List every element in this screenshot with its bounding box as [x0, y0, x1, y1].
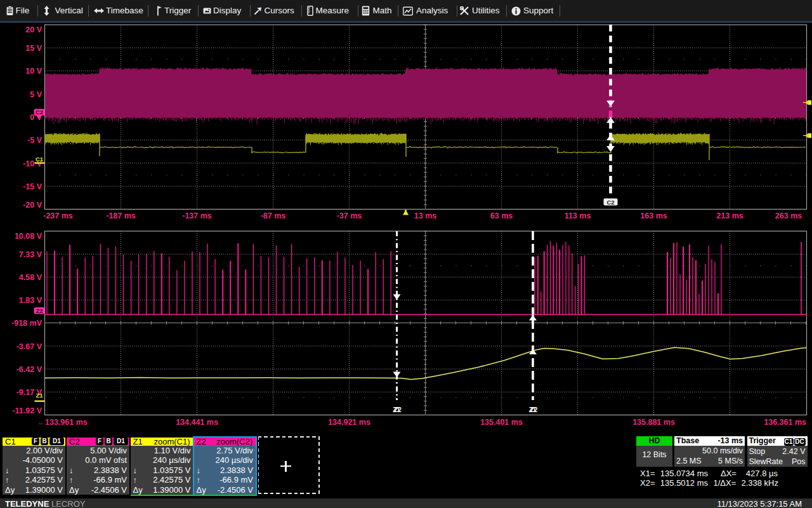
- svg-text:135.881 ms: 135.881 ms: [632, 418, 675, 427]
- svg-text:-87 ms: -87 ms: [261, 211, 286, 220]
- svg-text:-237 ms: -237 ms: [43, 211, 73, 220]
- svg-text:10 V: 10 V: [25, 67, 42, 76]
- svg-text:63 ms: 63 ms: [490, 211, 513, 220]
- svg-text:134.441 ms: 134.441 ms: [176, 418, 218, 427]
- svg-text:-137 ms: -137 ms: [182, 211, 212, 220]
- svg-text:1.83 V: 1.83 V: [19, 296, 43, 305]
- svg-text:4.58 V: 4.58 V: [19, 273, 43, 282]
- svg-text:-918 mV: -918 mV: [11, 319, 43, 328]
- svg-text:-11.92 V: -11.92 V: [12, 406, 42, 415]
- svg-text:Z2: Z2: [530, 406, 538, 413]
- svg-text:Z1: Z1: [36, 392, 43, 399]
- svg-text:←: ←: [37, 418, 44, 426]
- svg-text:-6.42 V: -6.42 V: [16, 365, 43, 374]
- svg-text:-5 V: -5 V: [27, 136, 43, 145]
- svg-text:13 ms: 13 ms: [414, 211, 436, 220]
- svg-text:-37 ms: -37 ms: [337, 211, 362, 220]
- svg-text:7.33 V: 7.33 V: [19, 250, 43, 259]
- svg-text:-20 V: -20 V: [23, 201, 43, 210]
- svg-text:-3.67 V: -3.67 V: [16, 342, 43, 351]
- svg-text:-187 ms: -187 ms: [106, 211, 136, 220]
- svg-text:263 ms: 263 ms: [775, 211, 802, 220]
- svg-text:C2: C2: [606, 199, 614, 206]
- svg-text:133.961 ms: 133.961 ms: [45, 418, 88, 427]
- svg-text:15 V: 15 V: [25, 44, 42, 53]
- svg-text:Z2: Z2: [36, 307, 43, 314]
- svg-text:-15 V: -15 V: [23, 182, 43, 191]
- svg-text:10.08 V: 10.08 V: [15, 232, 43, 241]
- svg-text:C1: C1: [36, 156, 44, 163]
- svg-text:135.401 ms: 135.401 ms: [480, 418, 523, 427]
- svg-text:Z2: Z2: [394, 406, 402, 413]
- svg-text:134.921 ms: 134.921 ms: [328, 418, 370, 427]
- svg-text:213 ms: 213 ms: [716, 211, 743, 220]
- svg-text:20 V: 20 V: [25, 25, 42, 34]
- svg-text:C2: C2: [36, 109, 43, 116]
- svg-text:5 V: 5 V: [30, 90, 42, 99]
- svg-text:136.361 ms: 136.361 ms: [764, 418, 806, 427]
- svg-text:163 ms: 163 ms: [640, 211, 667, 220]
- svg-text:113 ms: 113 ms: [565, 211, 591, 220]
